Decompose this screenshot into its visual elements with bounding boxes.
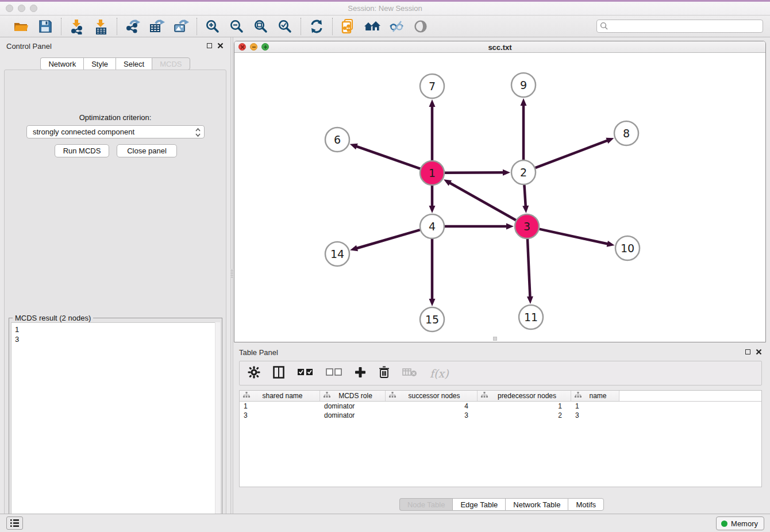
network-window: scc.txt 7968124314101511 — [234, 41, 766, 342]
cell-shared-name[interactable]: 1 — [240, 402, 320, 411]
criterion-dropdown[interactable]: strongly connected component — [26, 125, 205, 138]
node-table[interactable]: shared nameMCDS rolesuccessor nodesprede… — [239, 390, 762, 487]
canvas-scroll-grip[interactable] — [493, 337, 497, 341]
apply-layout-icon[interactable] — [308, 18, 325, 35]
delete-columns-icon[interactable] — [379, 366, 390, 381]
node-label-1: 1 — [429, 167, 436, 179]
arrowhead-icon — [503, 169, 510, 176]
toggle-panel-icon[interactable] — [273, 366, 284, 381]
cell-shared-name[interactable]: 3 — [240, 411, 320, 420]
node-label-9: 9 — [520, 79, 527, 91]
edge-2-8[interactable] — [536, 140, 609, 168]
tab-network-table[interactable]: Network Table — [505, 498, 568, 511]
edge-4-14[interactable] — [356, 230, 420, 248]
divider-grip-icon[interactable] — [230, 269, 233, 278]
tab-mcds[interactable]: MCDS — [152, 57, 190, 70]
arrowhead-icon — [522, 206, 529, 213]
cell-name[interactable]: 1 — [571, 402, 619, 411]
node-label-6: 6 — [334, 133, 341, 146]
arrowhead-icon — [506, 223, 514, 230]
mcds-result-text[interactable]: 1 3 — [11, 322, 220, 532]
edge-3-10[interactable] — [539, 229, 608, 244]
arrowhead-icon — [350, 245, 358, 252]
tab-motifs[interactable]: Motifs — [568, 498, 604, 511]
mcds-result-title: MCDS result (2 nodes) — [13, 314, 93, 322]
network-canvas[interactable]: 7968124314101511 — [234, 53, 765, 342]
node-label-11: 11 — [524, 311, 538, 323]
control-panel-tabs: NetworkStyleSelectMCDS — [0, 57, 230, 70]
window-title: Session: New Session — [0, 4, 770, 13]
cell-successor-nodes[interactable]: 3 — [386, 411, 478, 420]
table-panel-title: Table Panel — [239, 348, 278, 357]
edge-3-1[interactable] — [449, 183, 516, 221]
tab-select[interactable]: Select — [116, 57, 152, 70]
hierarchy-icon — [243, 392, 250, 400]
edge-3-11[interactable] — [528, 239, 530, 298]
close-table-panel-icon[interactable] — [756, 349, 762, 355]
window-titlebar: Session: New Session — [0, 2, 770, 16]
first-neighbors-icon[interactable] — [364, 18, 381, 35]
cell-name[interactable]: 3 — [571, 411, 619, 420]
task-history-button[interactable] — [6, 516, 23, 530]
table-row[interactable]: 1dominator411 — [240, 402, 761, 411]
result-scrollbar[interactable] — [215, 322, 220, 532]
edge-1-2[interactable] — [445, 172, 504, 173]
import-network-icon[interactable] — [68, 18, 86, 35]
hide-details-icon[interactable] — [388, 18, 405, 35]
arrowhead-icon — [606, 138, 614, 144]
close-panel-button[interactable]: Close panel — [117, 144, 177, 157]
tab-style[interactable]: Style — [83, 57, 116, 70]
tab-edge-table[interactable]: Edge Table — [452, 498, 505, 511]
table-row[interactable]: 3dominator323 — [240, 411, 761, 420]
export-network-icon[interactable] — [124, 18, 141, 35]
cell-predecessor-nodes[interactable]: 1 — [478, 402, 571, 411]
cell-predecessor-nodes[interactable]: 2 — [478, 411, 571, 420]
create-column-icon[interactable] — [355, 367, 366, 380]
import-table-icon[interactable] — [93, 18, 110, 35]
tab-node-table[interactable]: Node Table — [399, 498, 453, 511]
export-image-icon[interactable] — [172, 18, 190, 35]
float-table-panel-icon[interactable] — [745, 349, 750, 354]
zoom-out-icon[interactable] — [228, 18, 245, 35]
birds-eye-icon[interactable] — [412, 18, 429, 35]
zoom-in-icon[interactable] — [204, 18, 221, 35]
save-session-icon[interactable] — [37, 18, 54, 35]
network-window-titlebar[interactable]: scc.txt — [234, 41, 765, 53]
arrowhead-icon — [429, 299, 436, 306]
column-header-successor-nodes[interactable]: successor nodes — [386, 391, 478, 401]
unselect-all-columns-icon[interactable] — [326, 368, 342, 379]
column-header-predecessor-nodes[interactable]: predecessor nodes — [478, 391, 571, 401]
table-header-row: shared nameMCDS rolesuccessor nodesprede… — [240, 391, 761, 402]
cell-MCDS-role[interactable]: dominator — [320, 411, 386, 420]
run-mcds-button[interactable]: Run MCDS — [55, 144, 109, 157]
column-header-MCDS-role[interactable]: MCDS role — [320, 391, 386, 401]
zoom-selected-icon[interactable] — [276, 18, 294, 35]
node-label-2: 2 — [520, 166, 527, 179]
select-all-columns-icon[interactable] — [297, 368, 313, 379]
tab-network[interactable]: Network — [40, 57, 83, 70]
float-panel-icon[interactable] — [207, 43, 212, 48]
arrowhead-icon — [521, 98, 527, 106]
hierarchy-icon — [324, 392, 330, 400]
arrowhead-icon — [527, 296, 533, 304]
search-input[interactable] — [596, 20, 763, 33]
close-panel-icon[interactable] — [217, 43, 224, 49]
edge-1-6[interactable] — [356, 146, 420, 168]
node-label-8: 8 — [623, 127, 630, 140]
open-session-icon[interactable] — [13, 18, 30, 35]
memory-button[interactable]: Memory — [716, 516, 764, 530]
export-table-icon[interactable] — [148, 18, 165, 35]
cell-MCDS-role[interactable]: dominator — [320, 402, 386, 411]
graph-svg[interactable]: 7968124314101511 — [234, 53, 765, 342]
mcds-result-group: MCDS result (2 nodes) 1 3 — [9, 318, 222, 532]
column-header-shared-name[interactable]: shared name — [240, 391, 320, 401]
cell-successor-nodes[interactable]: 4 — [386, 402, 478, 411]
column-header-name[interactable]: name — [571, 391, 619, 401]
settings-gear-icon[interactable] — [248, 366, 260, 381]
search-icon — [600, 22, 609, 33]
clone-network-icon[interactable] — [340, 18, 357, 35]
zoom-fit-icon[interactable] — [252, 18, 270, 35]
chevron-up-down-icon — [195, 128, 201, 141]
memory-label: Memory — [731, 519, 758, 528]
edge-2-3[interactable] — [524, 185, 525, 207]
